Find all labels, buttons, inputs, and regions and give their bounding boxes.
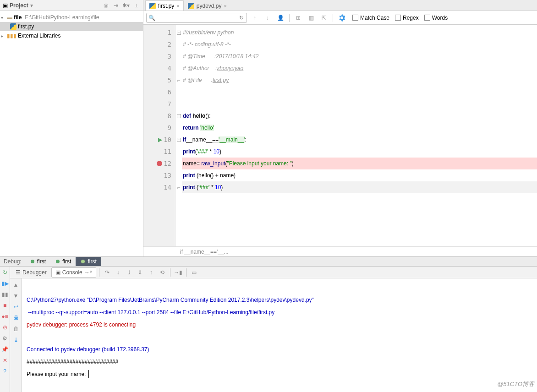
tree-root-label: file — [14, 14, 22, 21]
console-body: ▲ ▼ ↩ 🖶 🗑 ⤓ C:\Python27\python.exe "D:\P… — [10, 278, 537, 392]
close-icon[interactable]: × — [176, 3, 179, 9]
run-icon[interactable]: ▶ — [158, 136, 162, 143]
project-tree: ▾ ▬ file E:\GitHub\Python-Learning\file … — [0, 11, 143, 42]
close-icon[interactable]: × — [224, 3, 226, 9]
step-into-icon[interactable]: ↓ — [113, 267, 123, 278]
fold-end-icon: ⌐ — [177, 77, 180, 83]
export-icon[interactable]: ⇱ — [319, 13, 329, 23]
breadcrumb: if __name__=='__... — [143, 246, 537, 256]
scroll-end-icon[interactable]: ⤓ — [11, 335, 21, 344]
collapse-icon[interactable]: ⇥ — [112, 1, 120, 10]
history-icon[interactable]: ↻ — [238, 15, 245, 21]
debug-tab-3[interactable]: first — [76, 257, 101, 266]
regex-checkbox[interactable]: Regex — [395, 15, 419, 21]
debug-toolbar: ☰Debugger ▣Console→ᵉ ↷ ↓ ⤓ ⇓ ↑ ⟲ →▮ ▭ — [10, 267, 537, 278]
stop-icon[interactable]: ■ — [1, 301, 9, 310]
fold-column: − ⌐ − − ⌐ — [175, 25, 182, 246]
breakpoints-icon[interactable]: ●≡ — [1, 312, 9, 321]
step-over-icon[interactable]: ↷ — [102, 267, 112, 278]
evaluate-icon[interactable]: ▭ — [189, 267, 199, 278]
help-icon[interactable]: ? — [1, 367, 9, 376]
mute-breakpoints-icon[interactable]: ⊘ — [1, 323, 9, 332]
editor-tab-first[interactable]: first.py × — [145, 0, 184, 11]
project-header: ▣ Project ▾ ◎ ⇥ ✱▾ ⟂ — [0, 0, 143, 11]
breakpoint-line[interactable]: name= raw_input("Please input your name:… — [182, 158, 537, 169]
expand-icon[interactable]: ▸ — [1, 33, 5, 38]
words-checkbox[interactable]: Words — [424, 15, 448, 21]
debug-label: Debug: — [0, 258, 25, 265]
current-line[interactable]: print ('###' * 10) — [182, 181, 537, 193]
tree-root-path: E:\GitHub\Python-Learning\file — [25, 14, 99, 21]
editor-panel: first.py × pydevd.py × 🔍 ↻ ↑ ↓ 👤 — [143, 0, 537, 256]
project-icon: ▣ — [3, 2, 8, 9]
hide-icon[interactable]: ⟂ — [132, 1, 140, 10]
debug-tab-2[interactable]: first — [50, 257, 76, 266]
settings-icon[interactable] — [337, 13, 347, 23]
debug-tab-1[interactable]: first — [25, 257, 50, 266]
tree-libs-label: External Libraries — [18, 33, 60, 39]
library-icon: ▮▮▮ — [7, 33, 16, 39]
search-icon: 🔍 — [148, 15, 155, 21]
search-input-wrap[interactable]: 🔍 ↻ — [146, 13, 247, 23]
tree-file-label: first.py — [18, 23, 34, 30]
close-icon[interactable]: ✕ — [1, 356, 9, 365]
tree-external-libs[interactable]: ▸ ▮▮▮ External Libraries — [0, 31, 143, 40]
debug-left-toolbar: ↻ ▮▶ ▮▮ ■ ●≡ ⊘ ⚙ 📌 ✕ ? — [0, 267, 10, 392]
resume-icon[interactable]: ▮▶ — [1, 279, 9, 288]
editor-tab-pydevd[interactable]: pydevd.py × — [184, 0, 231, 11]
soft-wrap-icon[interactable]: ↩ — [11, 302, 21, 311]
console-tab[interactable]: ▣Console→ᵉ — [51, 267, 96, 278]
tree-file[interactable]: first.py — [0, 22, 143, 31]
up-icon[interactable]: ▲ — [11, 280, 21, 289]
search-input[interactable] — [157, 15, 236, 21]
debugger-tab[interactable]: ☰Debugger — [12, 267, 50, 278]
breakpoint-icon[interactable] — [157, 161, 162, 166]
run-to-cursor-icon[interactable]: →▮ — [173, 267, 183, 278]
cursor — [88, 370, 89, 378]
tab-label: pydevd.py — [197, 3, 222, 9]
drop-frame-icon[interactable]: ⟲ — [157, 267, 167, 278]
svg-point-2 — [81, 260, 85, 263]
fold-icon[interactable]: − — [177, 31, 181, 35]
code-area[interactable]: #!/usr/bin/env python # -*- coding:utf-8… — [182, 25, 537, 246]
pin-icon[interactable]: 📌 — [1, 345, 9, 354]
step-out-icon[interactable]: ↑ — [146, 267, 156, 278]
prev-match-button[interactable]: ↑ — [250, 13, 260, 23]
fold-end-icon: ⌐ — [177, 184, 180, 191]
filter-icon[interactable]: ▥ — [306, 13, 316, 23]
force-step-icon[interactable]: ⇓ — [135, 267, 145, 278]
rerun-icon[interactable]: ↻ — [1, 268, 9, 277]
select-all-icon[interactable]: 👤 — [275, 13, 285, 23]
pause-icon[interactable]: ▮▮ — [1, 290, 9, 299]
debug-area: ↻ ▮▶ ▮▮ ■ ●≡ ⊘ ⚙ 📌 ✕ ? ☰Debugger ▣Consol… — [0, 267, 537, 392]
python-file-icon — [188, 3, 194, 9]
line-gutter: 1 2 3 4 5 6 7 8 9 ▶10 11 12 13 14 — [143, 25, 175, 246]
down-icon[interactable]: ▼ — [11, 291, 21, 300]
add-selection-icon[interactable]: ⊞ — [293, 13, 303, 23]
match-case-checkbox[interactable]: Match Case — [352, 15, 389, 21]
gear-icon[interactable]: ✱▾ — [122, 1, 130, 10]
expand-icon[interactable]: ▾ — [1, 15, 5, 20]
next-match-button[interactable]: ↓ — [263, 13, 273, 23]
tree-root[interactable]: ▾ ▬ file E:\GitHub\Python-Learning\file — [0, 13, 143, 22]
settings-icon[interactable]: ⚙ — [1, 334, 9, 343]
svg-point-1 — [56, 260, 60, 263]
project-panel: ▣ Project ▾ ◎ ⇥ ✱▾ ⟂ ▾ ▬ file E:\GitHub\… — [0, 0, 143, 256]
step-into-my-icon[interactable]: ⤓ — [124, 267, 134, 278]
python-file-icon — [10, 23, 16, 30]
target-icon[interactable]: ◎ — [102, 1, 110, 10]
python-file-icon — [149, 3, 156, 9]
print-icon[interactable]: 🖶 — [11, 313, 21, 322]
clear-icon[interactable]: 🗑 — [11, 324, 21, 333]
search-bar: 🔍 ↻ ↑ ↓ 👤 ⊞ ▥ ⇱ Match Case Regex Words — [143, 11, 537, 25]
folder-icon: ▬ — [7, 14, 12, 21]
editor-body: 1 2 3 4 5 6 7 8 9 ▶10 11 12 13 14 − — [143, 25, 537, 246]
fold-icon[interactable]: − — [177, 114, 181, 118]
dropdown-icon[interactable]: ▾ — [30, 2, 33, 9]
svg-point-0 — [31, 260, 34, 263]
fold-icon[interactable]: − — [177, 138, 181, 142]
console-output[interactable]: C:\Python27\python.exe "D:\Program Files… — [22, 278, 537, 392]
debug-tabs-bar: Debug: first first first — [0, 256, 537, 267]
console-left-toolbar: ▲ ▼ ↩ 🖶 🗑 ⤓ — [10, 278, 22, 392]
editor-tabs: first.py × pydevd.py × — [143, 0, 537, 11]
